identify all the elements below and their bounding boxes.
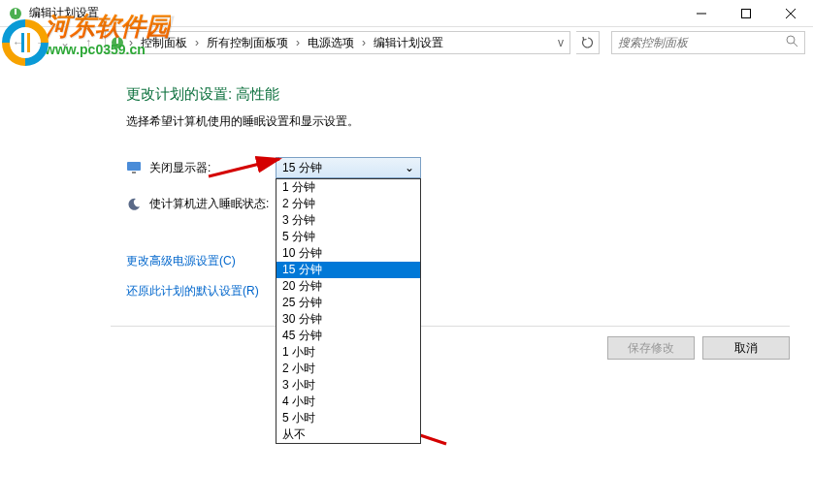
forward-button[interactable]: →	[31, 32, 52, 53]
monitor-icon	[126, 160, 142, 175]
dropdown-item[interactable]: 25 分钟	[276, 295, 420, 311]
maximize-button[interactable]	[724, 0, 768, 27]
dropdown-item[interactable]: 从不	[276, 426, 420, 443]
sleep-label: 使计算机进入睡眠状态:	[149, 196, 276, 212]
content-area: 更改计划的设置: 高性能 选择希望计算机使用的睡眠设置和显示设置。 关闭显示器:…	[0, 58, 813, 504]
heading-prefix: 更改计划的设置:	[126, 85, 232, 102]
dropdown-item[interactable]: 10 分钟	[276, 245, 420, 262]
svg-rect-12	[127, 162, 141, 171]
search-input[interactable]	[618, 36, 786, 49]
up-button[interactable]: ↑	[78, 32, 99, 53]
refresh-button[interactable]	[576, 31, 600, 54]
power-plan-icon	[110, 35, 125, 50]
refresh-icon	[581, 36, 595, 49]
svg-rect-9	[116, 38, 118, 44]
advanced-settings-link[interactable]: 更改高级电源设置(C)	[126, 253, 813, 269]
heading-plan-name: 高性能	[236, 85, 279, 102]
svg-rect-13	[132, 172, 136, 173]
window-title: 编辑计划设置	[29, 5, 679, 21]
chevron-right-icon: ›	[294, 36, 302, 49]
chevron-right-icon: ›	[193, 36, 201, 49]
titlebar: 编辑计划设置	[0, 0, 813, 27]
app-icon	[8, 6, 23, 21]
sleep-row: 使计算机进入睡眠状态:	[126, 196, 813, 212]
restore-defaults-link[interactable]: 还原此计划的默认设置(R)	[126, 283, 813, 299]
dropdown-list[interactable]: 1 分钟2 分钟3 分钟5 分钟10 分钟15 分钟20 分钟25 分钟30 分…	[276, 178, 421, 444]
dropdown-item[interactable]: 1 分钟	[276, 179, 420, 196]
dropdown-item[interactable]: 45 分钟	[276, 328, 420, 344]
breadcrumb-bar: ← → ⌄ ↑ › 控制面板 › 所有控制面板项 › 电源选项 › 编辑计划设置…	[0, 27, 813, 58]
breadcrumb-item[interactable]: 编辑计划设置	[370, 35, 447, 51]
svg-rect-5	[742, 9, 751, 17]
button-row: 保存修改 取消	[111, 326, 790, 360]
breadcrumb-path[interactable]: › 控制面板 › 所有控制面板项 › 电源选项 › 编辑计划设置 v	[105, 31, 570, 54]
page-subheading: 选择希望计算机使用的睡眠设置和显示设置。	[126, 113, 813, 130]
dropdown-item[interactable]: 5 分钟	[276, 229, 420, 245]
svg-point-10	[787, 36, 795, 44]
chevron-right-icon: ›	[360, 36, 368, 49]
page-heading: 更改计划的设置: 高性能	[126, 85, 813, 104]
cancel-button[interactable]: 取消	[702, 336, 790, 360]
minimize-button[interactable]	[679, 0, 724, 27]
dropdown-item[interactable]: 20 分钟	[276, 278, 420, 295]
dropdown-item[interactable]: 5 小时	[276, 410, 420, 426]
chevron-right-icon: ›	[127, 36, 135, 49]
dropdown-value: 15 分钟	[282, 160, 322, 176]
chevron-down-icon: ⌄	[405, 161, 414, 174]
dropdown-item[interactable]: 3 小时	[276, 377, 420, 394]
svg-rect-3	[15, 9, 16, 15]
breadcrumb-item[interactable]: 控制面板	[137, 35, 191, 51]
svg-line-11	[794, 43, 797, 47]
dropdown-item[interactable]: 1 小时	[276, 344, 420, 361]
display-off-label: 关闭显示器:	[149, 160, 276, 176]
close-button[interactable]	[768, 0, 813, 27]
breadcrumb-history-sep: v	[556, 36, 566, 49]
breadcrumb-item[interactable]: 所有控制面板项	[203, 35, 292, 51]
save-button[interactable]: 保存修改	[607, 336, 695, 360]
moon-icon	[126, 197, 142, 212]
back-button[interactable]: ←	[8, 32, 29, 53]
dropdown-item[interactable]: 3 分钟	[276, 212, 420, 229]
display-off-row: 关闭显示器: 15 分钟 ⌄ 1 分钟2 分钟3 分钟5 分钟10 分钟15 分…	[126, 157, 813, 178]
search-icon[interactable]	[786, 35, 798, 50]
dropdown-item[interactable]: 2 分钟	[276, 196, 420, 212]
display-off-dropdown[interactable]: 15 分钟 ⌄ 1 分钟2 分钟3 分钟5 分钟10 分钟15 分钟20 分钟2…	[276, 157, 421, 178]
recent-dropdown[interactable]: ⌄	[54, 32, 76, 53]
dropdown-item[interactable]: 2 小时	[276, 361, 420, 377]
dropdown-button[interactable]: 15 分钟 ⌄	[276, 157, 421, 178]
dropdown-item[interactable]: 30 分钟	[276, 311, 420, 328]
breadcrumb-item[interactable]: 电源选项	[304, 35, 358, 51]
search-box[interactable]	[611, 31, 805, 54]
dropdown-item[interactable]: 15 分钟	[276, 262, 420, 278]
dropdown-item[interactable]: 4 小时	[276, 394, 420, 410]
